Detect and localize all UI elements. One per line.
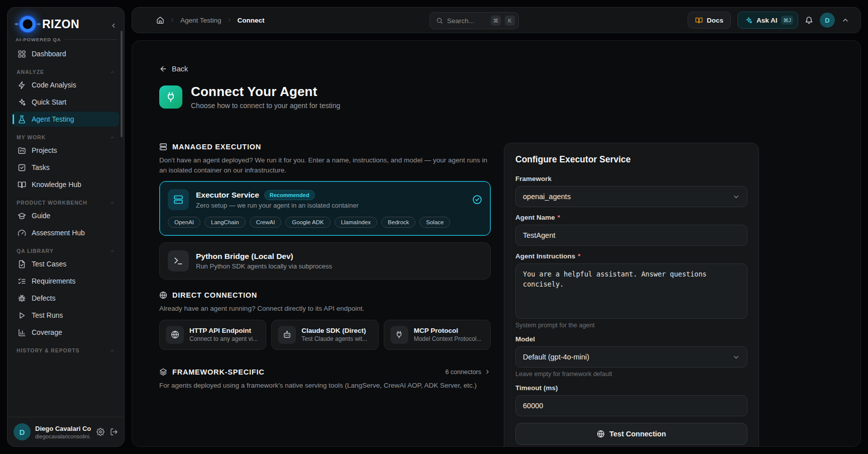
agent-name-input[interactable]: TestAgent: [515, 225, 747, 246]
instructions-label: Agent Instructions*: [515, 252, 747, 260]
selected-check-icon: [472, 195, 482, 205]
file-check-icon: [18, 260, 26, 268]
square-check-icon: [18, 163, 26, 172]
test-connection-button[interactable]: Test Connection: [515, 423, 747, 445]
framework-specific-section: FRAMEWORK-SPECIFIC 6 connectors For agen…: [159, 368, 491, 391]
sidebar-collapse-button[interactable]: [110, 22, 117, 29]
sidebar-section-history-reports[interactable]: HISTORY & REPORTS: [13, 342, 119, 356]
framework-tag-solace: Solace: [419, 217, 450, 228]
sidebar-item-guide[interactable]: Guide: [13, 208, 119, 223]
topbar-avatar[interactable]: D: [820, 13, 835, 28]
chevron-up-icon: [110, 248, 115, 254]
sparkles-icon: [745, 17, 752, 24]
docs-book-icon: [695, 17, 703, 24]
sidebar-item-dashboard[interactable]: Dashboard: [13, 46, 119, 61]
globe-icon: [597, 430, 605, 438]
back-button[interactable]: Back: [159, 65, 188, 73]
framework-select[interactable]: openai_agents: [515, 186, 747, 207]
connectors-link[interactable]: 6 connectors: [445, 369, 491, 376]
sidebar-item-assessment-hub[interactable]: Assessment Hub: [13, 225, 119, 240]
connection-card-claude-sdk-direct[interactable]: Claude SDK (Direct)Test Claude agents wi…: [271, 320, 378, 350]
direct-connection-section: DIRECT CONNECTION Already have an agent …: [159, 291, 491, 350]
home-icon: [156, 16, 164, 24]
page-header: Connect Your Agent Choose how to connect…: [159, 84, 848, 110]
kbd-cmd: ⌘: [491, 16, 501, 26]
topbar-actions: Docs Ask AI ⌘J D: [688, 12, 849, 29]
docs-button[interactable]: Docs: [688, 12, 731, 29]
sparkles-icon: [18, 98, 26, 107]
sidebar-item-quick-start[interactable]: Quick Start: [13, 95, 119, 110]
sidebar: RIZON AI-POWERED QA DashboardANALYZECode…: [7, 7, 125, 447]
topbar: Agent Testing Connect Search... ⌘ K Docs…: [132, 7, 861, 33]
sidebar-header: RIZON: [8, 8, 124, 37]
graduation-cap-icon: [18, 212, 26, 220]
sidebar-scrollbar[interactable]: [121, 31, 123, 137]
timeout-label: Timeout (ms): [515, 384, 747, 392]
sidebar-section-my-work[interactable]: MY WORK: [13, 129, 119, 143]
topbar-chevron-button[interactable]: [841, 16, 849, 24]
chevron-up-icon: [110, 69, 115, 75]
search-input[interactable]: Search... ⌘ K: [429, 12, 519, 29]
sidebar-item-tasks[interactable]: Tasks: [13, 160, 119, 175]
model-label: Model: [515, 335, 747, 343]
required-marker: *: [558, 214, 560, 221]
chevron-right-icon: [484, 369, 491, 375]
breadcrumb: Agent Testing Connect: [156, 16, 265, 24]
sidebar-item-coverage[interactable]: Coverage: [13, 325, 119, 340]
notifications-button[interactable]: [805, 16, 813, 25]
configure-panel-title: Configure Executor Service: [515, 154, 747, 165]
sidebar-item-projects[interactable]: Projects: [13, 143, 119, 158]
server-icon: [159, 143, 167, 151]
option-description: Run Python SDK agents locally via subpro…: [196, 262, 482, 270]
direct-cards: HTTP API EndpointConnect to any agent vi…: [159, 320, 491, 350]
sidebar-item-test-runs[interactable]: Test Runs: [13, 308, 119, 323]
sidebar-section-qa-library[interactable]: QA LIBRARY: [13, 242, 119, 256]
model-hint: Leave empty for framework default: [515, 371, 747, 378]
connection-card-http-api-endpoint[interactable]: HTTP API EndpointConnect to any agent vi…: [159, 320, 266, 350]
agent-name-label: Agent Name*: [515, 214, 747, 221]
option-executor-service[interactable]: Executor Service Recommended Zero setup …: [159, 181, 491, 236]
model-select[interactable]: Default (gpt-4o-mini): [515, 346, 747, 368]
sidebar-item-agent-testing[interactable]: Agent Testing: [13, 112, 119, 127]
sidebar-tagline: AI-POWERED QA: [8, 37, 124, 45]
sidebar-section-product-workbench[interactable]: PRODUCT WORKBENCH: [13, 194, 119, 208]
ask-ai-button[interactable]: Ask AI ⌘J: [737, 12, 798, 29]
plug-icon: [390, 326, 408, 344]
chevron-down-icon: [732, 353, 740, 361]
instructions-textarea[interactable]: You are a helpful assistant. Answer ques…: [515, 263, 747, 319]
breadcrumb-parent[interactable]: Agent Testing: [180, 17, 222, 24]
layout-grid-icon: [18, 50, 26, 58]
logo-text: RIZON: [42, 18, 79, 31]
logout-button[interactable]: [110, 428, 118, 436]
sidebar-item-knowledge-hub[interactable]: Knowledge Hub: [13, 177, 119, 192]
user-footer: D Diego Cavalari Con... diegocavalaricon…: [8, 417, 124, 446]
server-icon: [168, 189, 189, 210]
sidebar-item-defects[interactable]: Defects: [13, 291, 119, 306]
timeout-input[interactable]: 60000: [515, 395, 747, 416]
connection-card-mcp-protocol[interactable]: MCP ProtocolModel Context Protocol...: [384, 320, 491, 350]
option-python-bridge[interactable]: Python Bridge (Local Dev) Run Python SDK…: [159, 242, 491, 280]
section-title-direct: DIRECT CONNECTION: [172, 291, 257, 299]
page-title: Connect Your Agent: [191, 84, 340, 100]
sidebar-item-requirements[interactable]: Requirements: [13, 274, 119, 289]
app-logo: RIZON: [15, 13, 79, 36]
chevron-up-icon: [110, 348, 115, 353]
chevron-up-icon: [110, 200, 115, 206]
bell-icon: [805, 16, 813, 25]
sidebar-item-code-analysis[interactable]: Code Analysis: [13, 77, 119, 93]
framework-label: Framework: [515, 175, 747, 183]
chevron-up-icon: [110, 135, 115, 140]
sidebar-item-test-cases[interactable]: Test Cases: [13, 256, 119, 271]
server-icon: [173, 195, 183, 205]
chevron-right-icon: [169, 17, 175, 23]
framework-tag-openai: OpenAI: [168, 217, 200, 228]
home-button[interactable]: [156, 16, 164, 24]
user-avatar[interactable]: D: [14, 423, 31, 440]
framework-tag-llamaindex: LlamaIndex: [335, 217, 377, 228]
settings-button[interactable]: [96, 428, 104, 436]
flask-icon: [18, 115, 26, 124]
kbd-cmd-j: ⌘J: [781, 16, 793, 25]
sidebar-section-analyze[interactable]: ANALYZE: [13, 63, 119, 77]
bot-icon: [283, 330, 291, 339]
play-icon: [18, 311, 26, 320]
